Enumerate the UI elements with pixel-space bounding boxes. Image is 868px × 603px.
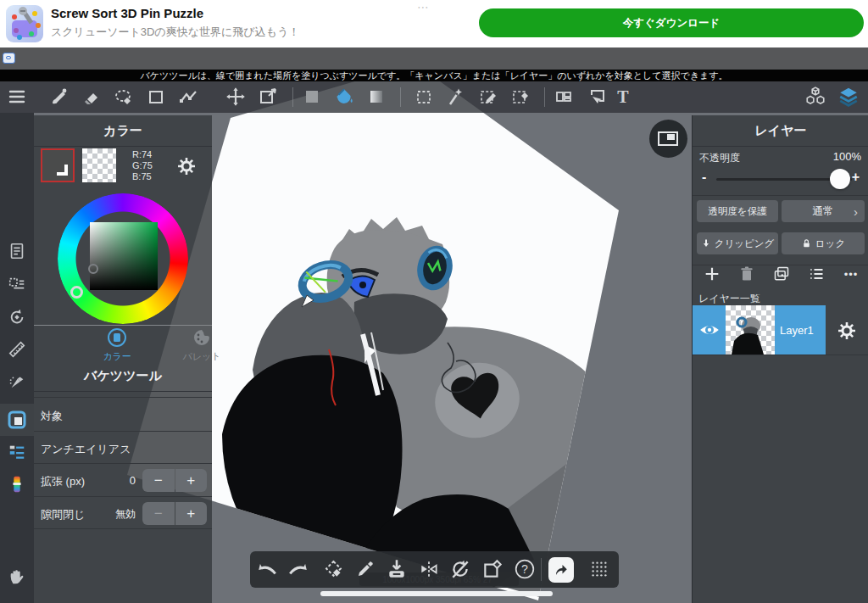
opacity-label: 不透明度 [699, 151, 740, 165]
rgb-readout: R:74 G:75 B:75 [132, 149, 153, 182]
blend-mode-button[interactable]: 通常 › [782, 200, 865, 222]
layer-row[interactable]: Layer1 [693, 305, 826, 355]
layers-panel-icon[interactable] [833, 81, 864, 112]
rotate-reset-icon[interactable] [0, 301, 34, 333]
layer-name: Layer1 [780, 324, 814, 337]
select-options-icon[interactable] [0, 268, 34, 300]
ad-options-icon[interactable]: ⋯ [417, 0, 431, 14]
text-tool-icon[interactable]: T [608, 81, 638, 112]
horizontal-scrollbar[interactable] [320, 591, 553, 596]
expand-minus-button[interactable]: − [142, 469, 175, 492]
navigator-button[interactable] [649, 120, 687, 158]
undo-icon[interactable] [252, 554, 282, 584]
airbrush-icon[interactable] [0, 366, 34, 398]
menu-icon[interactable] [2, 81, 32, 112]
saturation-value-square[interactable] [90, 222, 158, 290]
gap-close-value: 無効 [115, 507, 136, 522]
lock-icon [801, 238, 812, 249]
main-toolbar: T [0, 81, 868, 113]
tooltip-bar: バケツツールは、線で囲まれた場所を塗りつぶすツールです。「キャンバス」または「レ… [0, 70, 868, 81]
fill-rect-tool-icon[interactable] [297, 81, 327, 112]
opacity-plus[interactable]: + [852, 170, 860, 185]
protect-alpha-button[interactable]: 透明度を保護 [697, 200, 778, 222]
eyedropper-icon[interactable] [350, 554, 381, 584]
opacity-slider-knob[interactable] [830, 169, 850, 189]
duplicate-layer-icon[interactable] [767, 260, 796, 288]
left-panel: カラー R:74 G:75 B:75 カラー パレット バケツツール 対象 キャ… [34, 115, 212, 603]
transparent-color-swatch[interactable] [82, 148, 116, 182]
clipping-button[interactable]: クリッピング [697, 232, 778, 254]
current-color-swatch[interactable] [41, 148, 75, 182]
polyline-tool-icon[interactable] [173, 81, 203, 112]
select-rect-tool-icon[interactable] [409, 81, 439, 112]
layer-list-icon[interactable] [802, 260, 831, 288]
ruler-icon[interactable] [0, 333, 34, 366]
gap-close-row: 隙間閉じ 無効 − + [34, 496, 212, 528]
layer-list-label: レイヤー一覧 [698, 292, 760, 306]
bucket-tool-icon[interactable] [329, 81, 359, 112]
layer-thumbnail[interactable] [726, 305, 775, 355]
antialias-label: アンチエイリアス [41, 442, 131, 457]
delete-layer-icon[interactable] [732, 260, 761, 288]
tab-palette[interactable]: パレット [172, 327, 231, 363]
lasso-eraser-tool-icon[interactable] [108, 81, 139, 112]
transform-selection-icon[interactable] [319, 554, 349, 584]
layer-panel-title: レイヤー [693, 115, 868, 147]
ad-subtitle: スクリューソート3Dの爽快な世界に飛び込もう！ [51, 25, 299, 40]
select-eraser-tool-icon[interactable] [505, 81, 536, 112]
layer-visibility-eye-icon[interactable] [693, 319, 726, 341]
color-panel-title: カラー [34, 115, 212, 147]
redo-icon[interactable] [283, 554, 314, 584]
note-properties-icon[interactable] [0, 235, 34, 267]
quick-export-button[interactable] [548, 557, 574, 583]
color-settings-gear-icon[interactable] [176, 156, 197, 176]
layer-panel: レイヤー 不透明度 100% - + 透明度を保護 通常 › クリッピング ロッ… [692, 115, 868, 603]
status-strip [0, 47, 868, 70]
bottom-toolbar: ? [250, 551, 619, 588]
opacity-minus[interactable]: - [702, 170, 706, 185]
gradient-tool-icon[interactable] [361, 81, 392, 112]
material-3d-icon[interactable] [800, 81, 831, 112]
ad-download-button[interactable]: 今すぐダウンロード [479, 8, 864, 37]
save-icon[interactable] [381, 554, 412, 584]
help-icon[interactable]: ? [509, 554, 540, 584]
gap-minus-button[interactable]: − [142, 502, 175, 525]
color-window-icon[interactable] [0, 404, 34, 436]
brush-tool-icon[interactable] [44, 81, 75, 112]
gap-close-label: 隙間閉じ [41, 507, 85, 522]
tab-color[interactable]: カラー [87, 327, 147, 363]
rotate-disabled-icon[interactable] [445, 554, 476, 584]
layer-settings-gear-icon[interactable] [837, 321, 857, 341]
add-layer-icon[interactable] [698, 260, 726, 288]
hand-tool-icon[interactable] [0, 561, 34, 593]
ad-title: Screw Sort 3D Pin Puzzle [51, 6, 203, 20]
bucket-panel-title: バケツツール [34, 360, 212, 392]
ad-app-icon[interactable] [6, 5, 43, 42]
eraser-tool-icon[interactable] [76, 81, 107, 112]
chevron-right-icon: › [854, 204, 858, 219]
bucket-target-row: 対象 キャンバス レイヤー [34, 397, 212, 431]
sv-selector-dot[interactable] [88, 264, 98, 274]
lock-button[interactable]: ロック [782, 232, 865, 254]
grid-menu-icon[interactable] [584, 554, 615, 584]
transform-tool-icon[interactable] [253, 81, 283, 112]
shape-tool-icon[interactable] [141, 81, 171, 112]
magic-wand-tool-icon[interactable] [441, 81, 471, 112]
clear-layer-icon[interactable] [477, 554, 508, 584]
flip-horizontal-icon[interactable] [414, 554, 444, 584]
expand-label: 拡張 (px) [41, 474, 85, 489]
opacity-value: 100% [833, 150, 861, 163]
frame-divider-tool-icon[interactable] [548, 81, 579, 112]
picture-in-picture-badge-icon[interactable] [3, 53, 15, 64]
gap-plus-button[interactable]: + [175, 502, 208, 525]
clipping-arrow-icon [701, 238, 711, 248]
expand-plus-button[interactable]: + [175, 469, 208, 492]
ad-banner[interactable]: Screw Sort 3D Pin Puzzle スクリューソート3Dの爽快な世… [0, 0, 868, 47]
eyedropper-icon[interactable] [0, 595, 34, 603]
palette-bar-icon[interactable] [0, 468, 34, 500]
more-icon[interactable]: ••• [837, 260, 865, 288]
tool-list-icon[interactable] [0, 436, 34, 468]
hue-selector-dot[interactable] [70, 286, 83, 299]
move-tool-icon[interactable] [220, 81, 251, 112]
select-pen-tool-icon[interactable] [473, 81, 504, 112]
